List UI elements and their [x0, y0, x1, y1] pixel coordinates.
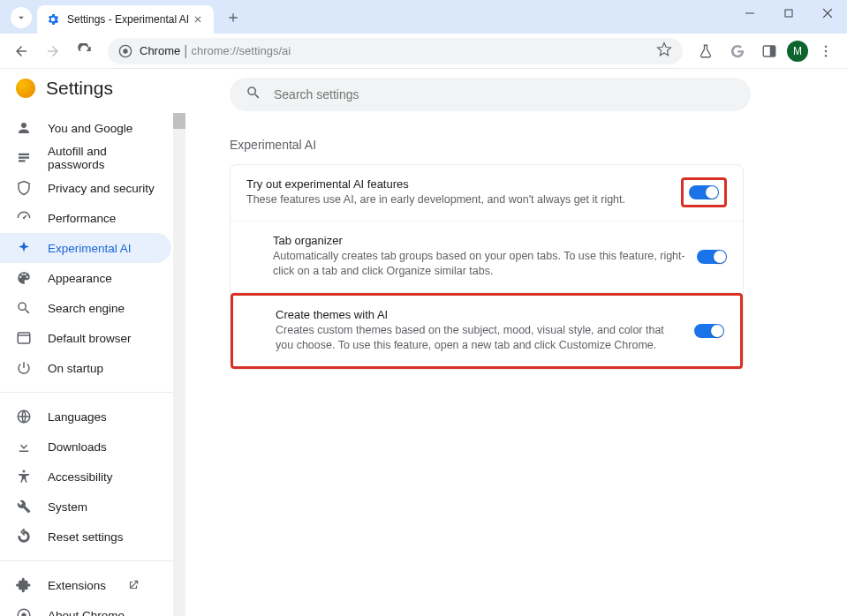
external-link-icon	[127, 579, 140, 591]
chrome-icon	[118, 44, 132, 58]
globe-icon	[16, 409, 32, 424]
section-create-themes-wrapper: Create themes with AI Creates custom the…	[231, 292, 743, 369]
download-icon	[16, 439, 32, 454]
browser-icon	[16, 330, 32, 346]
section-title: Try out experimental AI features	[246, 177, 670, 191]
sidebar-item-languages[interactable]: Languages	[0, 402, 171, 432]
sidebar-item-downloads[interactable]: Downloads	[0, 432, 171, 462]
settings-title: Settings	[46, 78, 113, 99]
sidebar-item-performance[interactable]: Performance	[0, 203, 171, 233]
url-scheme: Chrome	[140, 44, 180, 57]
svg-rect-0	[785, 10, 792, 17]
sidebar-item-you-google[interactable]: You and Google	[0, 113, 171, 143]
search-settings-field[interactable]	[274, 87, 735, 101]
scrollbar[interactable]	[173, 113, 185, 616]
tab-title: Settings - Experimental AI	[67, 13, 191, 26]
sidebar-item-appearance[interactable]: Appearance	[0, 263, 171, 293]
window-controls	[730, 0, 847, 26]
sidebar-item-reset[interactable]: Reset settings	[0, 522, 171, 552]
gear-icon	[46, 12, 60, 26]
settings-main-panel: Experimental AI Try out experimental AI …	[185, 69, 847, 616]
side-panel-icon[interactable]	[755, 37, 783, 65]
profile-avatar[interactable]: M	[787, 41, 808, 62]
toggle-try-ai[interactable]	[689, 185, 719, 199]
search-icon	[246, 85, 261, 104]
sidebar-item-accessibility[interactable]: Accessibility	[0, 462, 171, 492]
back-button[interactable]	[7, 37, 35, 65]
palette-icon	[16, 270, 32, 286]
sidebar-item-on-startup[interactable]: On startup	[0, 353, 171, 383]
page-heading: Experimental AI	[230, 138, 794, 152]
power-icon	[16, 360, 32, 376]
speedometer-icon	[16, 210, 32, 226]
search-settings-input[interactable]	[230, 78, 751, 111]
scrollbar-thumb[interactable]	[173, 113, 185, 129]
svg-point-8	[23, 217, 25, 219]
google-icon[interactable]	[723, 37, 752, 65]
person-icon	[16, 120, 32, 136]
sidebar-item-autofill[interactable]: Autofill and passwords	[0, 143, 171, 173]
toggle-tab-organizer[interactable]	[697, 250, 727, 264]
forward-button[interactable]	[39, 37, 67, 65]
reset-icon	[16, 529, 32, 545]
reload-button[interactable]	[71, 37, 99, 65]
svg-point-7	[825, 55, 827, 56]
sidebar-item-experimental-ai[interactable]: Experimental AI	[0, 233, 171, 263]
tab-search-button[interactable]	[11, 7, 32, 28]
browser-toolbar: Chrome | chrome://settings/ai M	[0, 34, 847, 69]
menu-button[interactable]	[812, 37, 840, 65]
svg-rect-9	[18, 333, 30, 343]
section-title: Tab organizer	[273, 234, 686, 247]
svg-point-13	[21, 612, 26, 616]
sidebar-item-about[interactable]: About Chrome	[0, 600, 171, 616]
browser-tab[interactable]: Settings - Experimental AI	[37, 5, 214, 34]
browser-titlebar: Settings - Experimental AI	[0, 0, 847, 34]
sparkle-icon	[16, 240, 32, 256]
sidebar-item-search-engine[interactable]: Search engine	[0, 293, 171, 323]
sidebar-item-extensions[interactable]: Extensions	[0, 570, 171, 600]
sidebar-item-default-browser[interactable]: Default browser	[0, 323, 171, 353]
sidebar-item-system[interactable]: System	[0, 492, 171, 522]
autofill-icon	[16, 150, 32, 166]
close-window-button[interactable]	[808, 0, 847, 26]
url-path: chrome://settings/ai	[191, 44, 291, 57]
svg-rect-4	[770, 46, 775, 56]
accessibility-icon	[16, 469, 32, 485]
minimize-button[interactable]	[730, 0, 769, 26]
wrench-icon	[16, 499, 32, 515]
extension-icon	[16, 577, 32, 593]
address-bar[interactable]: Chrome | chrome://settings/ai	[108, 38, 683, 64]
section-desc: These features use AI, are in early deve…	[246, 192, 670, 208]
divider	[0, 560, 185, 561]
section-tab-organizer: Tab organizer Automatically creates tab …	[231, 221, 743, 292]
settings-logo-icon	[16, 79, 35, 98]
section-try-ai: Try out experimental AI features These f…	[231, 165, 743, 221]
search-icon	[16, 300, 32, 316]
maximize-button[interactable]	[769, 0, 808, 26]
section-desc: Automatically creates tab groups based o…	[273, 249, 686, 280]
settings-card: Try out experimental AI features These f…	[230, 164, 744, 370]
divider	[0, 392, 185, 393]
svg-point-2	[123, 49, 127, 53]
section-desc: Creates custom themes based on the subje…	[276, 323, 684, 354]
toggle-create-themes[interactable]	[694, 324, 724, 338]
highlight-box	[681, 177, 727, 207]
sidebar-item-privacy[interactable]: Privacy and security	[0, 173, 171, 203]
shield-icon	[16, 180, 32, 196]
chrome-logo-icon	[16, 607, 32, 616]
settings-sidebar: You and Google Autofill and passwords Pr…	[0, 69, 185, 616]
close-icon[interactable]	[191, 12, 205, 26]
settings-header: Settings	[16, 78, 113, 99]
new-tab-button[interactable]	[221, 5, 246, 30]
svg-point-5	[825, 45, 827, 47]
bookmark-star-icon[interactable]	[656, 41, 672, 61]
labs-icon[interactable]	[692, 37, 720, 65]
svg-point-6	[825, 49, 827, 51]
svg-point-11	[23, 470, 26, 473]
section-title: Create themes with AI	[276, 308, 684, 321]
